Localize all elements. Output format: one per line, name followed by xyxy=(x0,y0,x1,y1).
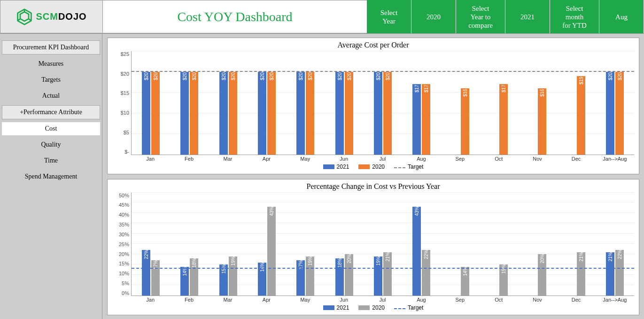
sidebar-item-actual[interactable]: Actual xyxy=(2,89,100,102)
legend-item-2020: 2020 xyxy=(358,304,385,311)
bar-group-Feb: 14%18% xyxy=(170,193,209,296)
bar-2021-Mar: $20 xyxy=(219,72,228,155)
bar-2021-Jul: 19% xyxy=(374,257,382,296)
bar-2020-Nov: 20% xyxy=(538,254,546,296)
sidebar-header-kpi[interactable]: Procurement KPI Dashboard xyxy=(2,40,100,54)
bar-2020-Oct: $17 xyxy=(499,84,508,154)
bar-2020-Jul: 21% xyxy=(383,252,392,296)
logo: SCMDOJO xyxy=(16,8,86,25)
x-label: Jun xyxy=(325,296,363,303)
bar-2021-May: $20 xyxy=(296,72,305,155)
chart2-title: Percentage Change in Cost vs Previous Ye… xyxy=(112,182,634,191)
bar-group-Nov: $16 xyxy=(518,51,557,155)
sidebar-item-targets[interactable]: Targets xyxy=(2,73,100,86)
bar-group-Mar: $20$20 xyxy=(209,51,248,155)
bar-group-Jun: $20$20 xyxy=(325,51,364,155)
bar-group-Mar: 15%19% xyxy=(209,193,248,296)
sidebar-item-measures[interactable]: Measures xyxy=(2,57,100,70)
bar-group-Oct: 15% xyxy=(480,193,518,296)
x-label: Jun xyxy=(325,155,363,162)
bar-group-Aug: $17$17 xyxy=(402,51,441,155)
sidebar-header-perf[interactable]: +Performance Attribute xyxy=(2,105,100,119)
x-label: Oct xyxy=(480,296,518,303)
logo-icon xyxy=(16,8,33,25)
legend-item-Target: Target xyxy=(394,304,423,311)
bar-2020-Mar: $20 xyxy=(229,72,237,155)
target-line xyxy=(132,268,634,269)
sidebar-item-cost[interactable]: Cost xyxy=(2,122,100,135)
bar-2021-Feb: $20 xyxy=(180,72,189,155)
bar-2020-Jun: $20 xyxy=(345,72,353,155)
target-line xyxy=(132,71,634,72)
selector-2[interactable]: Select Year to compare xyxy=(456,0,505,33)
bar-group-Jan: $20$20 xyxy=(132,51,170,155)
chart1-xaxis: JanFebMarAprMayJunJulAugSepOctNovDecJan-… xyxy=(131,155,634,162)
sidebar: Procurement KPI Dashboard MeasuresTarget… xyxy=(0,34,102,319)
bar-2020-Apr: 43% xyxy=(267,207,276,296)
bar-group-Jul: 19%21% xyxy=(364,193,402,296)
bar-2021-Apr: $20 xyxy=(258,72,266,155)
title-cell: Cost YOY Dashboard xyxy=(102,0,367,33)
selector-1[interactable]: 2020 xyxy=(411,0,456,33)
x-label: Mar xyxy=(209,155,247,162)
sidebar-item-quality[interactable]: Quality xyxy=(2,138,100,151)
x-label: Sep xyxy=(441,155,479,162)
sidebar-item-time[interactable]: Time xyxy=(2,154,100,167)
bar-2020-Aug: 22% xyxy=(422,250,430,296)
bar-group-Dec: 21% xyxy=(557,193,595,296)
header: SCMDOJO Cost YOY Dashboard Select Year20… xyxy=(0,0,644,34)
selector-0[interactable]: Select Year xyxy=(367,0,411,33)
selector-3[interactable]: 2021 xyxy=(505,0,550,33)
x-label: Jan xyxy=(131,155,170,162)
logo-cell: SCMDOJO xyxy=(0,0,102,33)
bar-2020-Oct: 15% xyxy=(499,265,508,296)
bar-group-May: $20$20 xyxy=(286,51,325,155)
bar-group-Oct: $17 xyxy=(480,51,518,155)
bar-2020-Sep: $16 xyxy=(461,88,469,154)
bar-2020-Apr: $20 xyxy=(267,72,276,155)
bar-group-Sep: 14% xyxy=(441,193,480,296)
main: Average Cost per Order $25$20$15$10$5$- … xyxy=(102,34,644,319)
x-label: Jan-->Aug xyxy=(596,296,634,303)
x-label: Jul xyxy=(363,296,402,303)
bar-group-Aug: 43%22% xyxy=(402,193,441,296)
bar-2020-Jan: 17% xyxy=(151,260,160,296)
selector-4[interactable]: Select month for YTD xyxy=(550,0,599,33)
legend-item-Target: Target xyxy=(394,163,423,170)
x-label: Jan xyxy=(131,296,170,303)
bar-2021-Feb: 14% xyxy=(180,267,189,296)
x-label: Nov xyxy=(518,296,557,303)
x-label: Oct xyxy=(480,155,518,162)
chart1-yaxis: $25$20$15$10$5$- xyxy=(112,51,131,155)
selector-5[interactable]: Aug xyxy=(599,0,644,33)
bar-2021-Jun: 18% xyxy=(335,258,344,296)
x-label: Mar xyxy=(209,296,247,303)
x-label: Apr xyxy=(247,155,286,162)
bar-2020-Nov: $16 xyxy=(538,88,546,154)
bar-2020-Jan-->Aug: 22% xyxy=(615,250,624,296)
bar-group-Feb: $20$20 xyxy=(170,51,209,155)
bar-group-Jul: $20$20 xyxy=(364,51,402,155)
bar-2021-Jan-->Aug: 21% xyxy=(606,252,614,296)
legend-item-2021: 2021 xyxy=(323,304,349,311)
x-label: Dec xyxy=(557,155,595,162)
bar-group-Jan-->Aug: 21%22% xyxy=(596,193,634,296)
bar-2020-Jan: $20 xyxy=(151,72,160,155)
x-label: May xyxy=(286,155,325,162)
bar-2021-Aug: $17 xyxy=(412,84,421,154)
chart2-xaxis: JanFebMarAprMayJunJulAugSepOctNovDecJan-… xyxy=(131,296,634,303)
bar-2021-Jun: $20 xyxy=(335,72,344,155)
bar-2020-Mar: 19% xyxy=(229,257,237,296)
bar-2021-Mar: 15% xyxy=(219,265,228,296)
bar-2021-May: 17% xyxy=(296,260,305,296)
x-label: Feb xyxy=(170,296,208,303)
bar-2021-Jan-->Aug: $20 xyxy=(606,72,614,155)
sidebar-item-spend-management[interactable]: Spend Management xyxy=(2,170,100,183)
bar-group-Apr: $20$20 xyxy=(248,51,286,155)
chart-pct-change: Percentage Change in Cost vs Previous Ye… xyxy=(107,179,639,316)
bar-2020-Dec: 21% xyxy=(577,252,585,296)
chart2-plot: 22%17%14%18%15%19%16%43%17%19%18%20%19%2… xyxy=(131,193,634,296)
x-label: Jan-->Aug xyxy=(596,155,634,162)
bar-2020-Feb: $20 xyxy=(190,72,198,155)
page-title: Cost YOY Dashboard xyxy=(177,9,292,24)
